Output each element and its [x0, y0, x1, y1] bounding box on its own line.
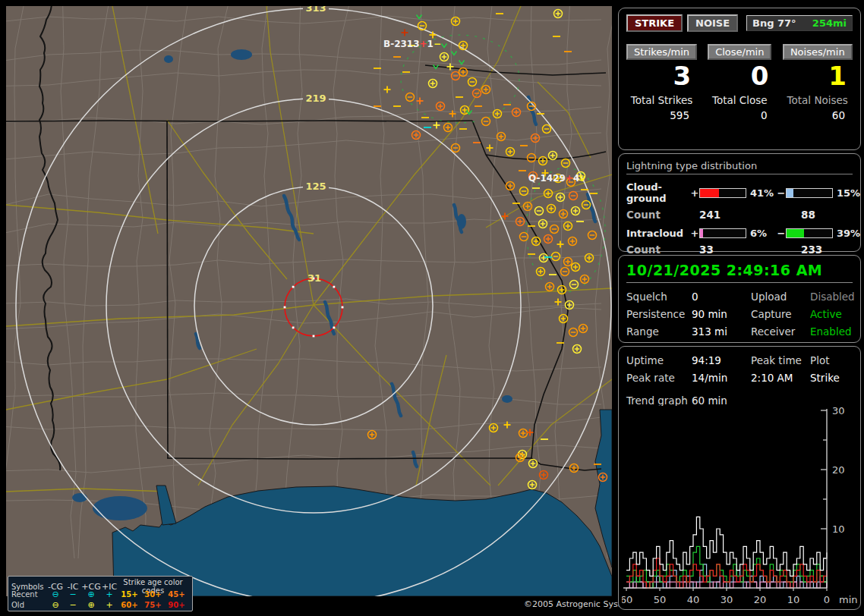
ring-label-219: 219 — [305, 93, 326, 104]
minus-icon: − — [777, 187, 786, 199]
svg-text:30: 30 — [832, 406, 845, 416]
svg-text:40: 40 — [687, 594, 700, 605]
lightning-map[interactable]: 31321912531B-2313+1−Q-1429+4v — [6, 6, 612, 596]
ring-label-313: 313 — [305, 6, 326, 14]
strike-button[interactable]: STRIKE — [626, 14, 683, 32]
distribution-panel: Lightning type distribution Cloud-ground… — [618, 153, 861, 252]
plus-icon: + — [690, 187, 699, 199]
intracloud-count-row: Count 33 233 — [626, 244, 853, 256]
intracloud-row: Intracloud + 6% − 39% — [626, 228, 853, 239]
squelch-label: Squelch — [626, 291, 692, 303]
bearing-readout: Bng 77° 254mi — [746, 15, 853, 31]
storm-cell-label-B-2313: B-2313+1− — [383, 39, 441, 49]
plus-icon: + — [101, 601, 118, 609]
legend-old-row: Old ⊖ − ⊕ + 60+ 75+ 90+ — [11, 599, 189, 610]
close-per-min-column: Close/min 0 Total Close 0 — [705, 44, 774, 121]
minus-icon: − — [65, 601, 81, 609]
svg-text:10: 10 — [832, 523, 845, 535]
minus-icon: − — [65, 590, 81, 599]
age-60: 60+ — [118, 601, 141, 609]
svg-text:20: 20 — [832, 464, 845, 476]
noises-rate: 1 — [783, 61, 853, 91]
total-strikes-value: 595 — [626, 109, 697, 121]
age-45: 45+ — [165, 590, 188, 599]
ring-label-31: 31 — [307, 272, 321, 284]
ic-negative-count: 233 — [801, 244, 853, 256]
legend-old-label: Old — [11, 601, 46, 609]
cloud-ground-count-row: Count 241 88 — [626, 209, 853, 221]
svg-text:min: min — [839, 594, 858, 605]
cg-negative-bar — [786, 188, 833, 198]
plot-mode-value: Strike — [810, 372, 853, 384]
strike-stats-panel: STRIKE NOISE Bng 77° 254mi Strikes/min 3… — [618, 8, 861, 150]
total-close-value: 0 — [705, 109, 774, 121]
range-value: 313 mi — [692, 325, 751, 338]
plot-label: Plot — [810, 354, 853, 366]
circle-plus-icon: ⊕ — [81, 601, 101, 609]
cg-positive-count: 241 — [699, 209, 801, 221]
cg-positive-pct: 41% — [746, 187, 777, 199]
receiver-status: Enabled — [810, 325, 855, 338]
plus-icon: + — [690, 228, 699, 239]
total-strikes-label: Total Strikes — [626, 94, 697, 106]
peak-rate-label: Peak rate — [626, 372, 692, 384]
upload-status: Disabled — [810, 291, 855, 303]
range-label: Range — [626, 325, 692, 338]
ic-positive-bar — [699, 228, 746, 238]
age-90: 90+ — [165, 601, 188, 609]
capture-status: Active — [810, 308, 855, 320]
capture-label: Capture — [751, 308, 810, 320]
noise-button[interactable]: NOISE — [687, 14, 738, 32]
plus-icon: + — [101, 590, 118, 599]
datetime-display: 10/21/2025 2:49:16 AM — [626, 262, 853, 283]
svg-text:0: 0 — [824, 594, 830, 605]
ic-positive-pct: 6% — [746, 228, 777, 239]
status-panel: 10/21/2025 2:49:16 AM Squelch 0 Upload D… — [618, 255, 861, 343]
squelch-value: 0 — [692, 291, 751, 303]
persistence-label: Persistence — [626, 308, 692, 320]
map-legend: Symbols -CG -IC +CG +IC Strike age color… — [8, 576, 193, 611]
uptime-value: 94:19 — [692, 354, 751, 366]
svg-text:10: 10 — [787, 594, 800, 605]
svg-text:50: 50 — [654, 594, 667, 605]
count-label: Count — [626, 209, 699, 221]
bearing-distance: 254mi — [812, 17, 847, 29]
age-75: 75+ — [141, 601, 165, 609]
strikes-per-min-header: Strikes/min — [626, 44, 697, 60]
cg-positive-bar — [699, 188, 746, 198]
svg-text:60: 60 — [622, 594, 632, 605]
peak-time-value: 2:10 AM — [751, 372, 810, 384]
noises-per-min-column: Noises/min 1 Total Noises 60 — [783, 44, 853, 121]
upload-label: Upload — [751, 291, 810, 303]
cloud-ground-label: Cloud-ground — [626, 181, 690, 204]
total-noises-label: Total Noises — [783, 94, 853, 106]
svg-text:20: 20 — [754, 594, 767, 605]
cg-negative-pct: 15% — [833, 187, 859, 199]
minus-icon: − — [777, 228, 786, 239]
circle-minus-icon: ⊖ — [46, 601, 65, 609]
nexstorm-window: 31321912531B-2313+1−Q-1429+4v Symbols -C… — [0, 0, 864, 616]
close-per-min-header: Close/min — [708, 44, 771, 60]
bearing-value: Bng 77° — [752, 17, 796, 29]
ring-label-125: 125 — [305, 181, 326, 192]
total-noises-value: 60 — [783, 109, 853, 121]
age-15: 15+ — [118, 590, 141, 599]
ic-negative-pct: 39% — [833, 228, 859, 239]
session-panel: Uptime 94:19 Peak time Plot Peak rate 14… — [618, 346, 861, 610]
close-rate: 0 — [705, 61, 774, 91]
peak-rate-value: 14/min — [692, 372, 751, 384]
persistence-value: 90 min — [692, 308, 751, 320]
cloud-ground-row: Cloud-ground + 41% − 15% — [626, 181, 853, 204]
receiver-label: Receiver — [751, 325, 810, 338]
ic-positive-count: 33 — [699, 244, 801, 256]
strikes-rate: 3 — [626, 61, 697, 91]
storm-cell-label-Q-1429: Q-1429+4v — [528, 173, 585, 184]
svg-text:30: 30 — [721, 594, 733, 605]
trend-graph: 1020306050403020100min — [622, 406, 859, 608]
cg-negative-count: 88 — [801, 209, 853, 221]
total-close-label: Total Close — [705, 94, 774, 106]
map-svg: 31321912531B-2313+1−Q-1429+4v — [6, 6, 612, 596]
circle-minus-icon: ⊖ — [46, 590, 65, 599]
age-30: 30+ — [141, 590, 165, 599]
strikes-per-min-column: Strikes/min 3 Total Strikes 595 — [626, 44, 697, 121]
